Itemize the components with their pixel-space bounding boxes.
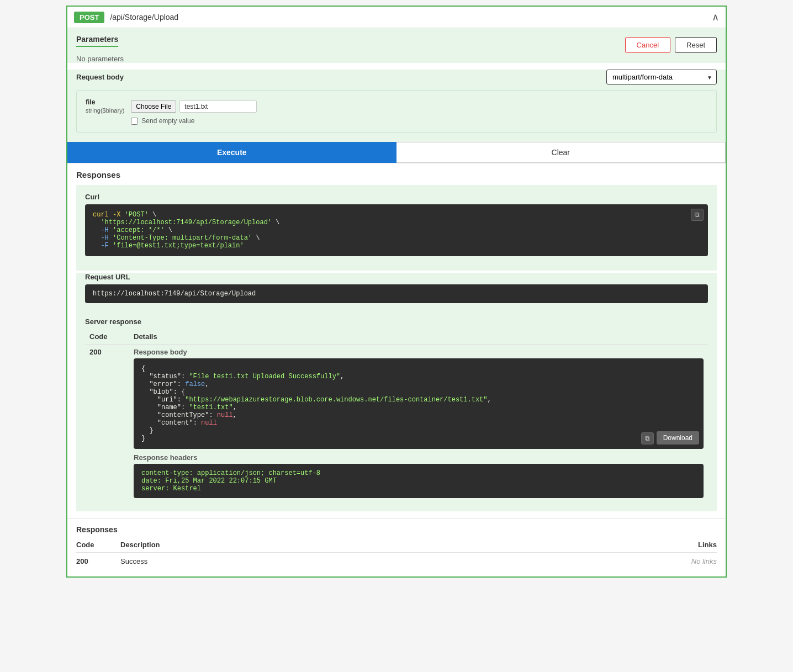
- resp-description-header: Description: [120, 537, 483, 553]
- code-header: Code: [85, 329, 129, 345]
- http-method: POST: [74, 12, 104, 23]
- api-header: POST /api/Storage/Upload ∧: [67, 7, 726, 28]
- send-empty-checkbox[interactable]: [131, 118, 138, 125]
- curl-code-block: curl -X 'POST' \ 'https://localhost:7149…: [85, 204, 708, 256]
- download-button[interactable]: Download: [657, 431, 699, 445]
- details-header: Details: [129, 329, 708, 345]
- responses-bottom-section: Responses Code Description Links 200 Suc…: [67, 518, 726, 576]
- response-body-label: Response body: [134, 348, 704, 356]
- server-response-table: Code Details 200 Response body { "status…: [85, 329, 708, 501]
- no-params-text: No parameters: [76, 55, 124, 63]
- responses-bottom-title: Responses: [76, 525, 717, 534]
- file-field-name: file: [86, 98, 124, 106]
- send-empty-row: Send empty value: [131, 117, 257, 125]
- parameters-title: Parameters: [76, 35, 118, 47]
- parameters-section: Parameters No parameters Cancel Reset: [67, 28, 726, 63]
- copy-response-button[interactable]: ⧉: [641, 432, 654, 445]
- collapse-icon[interactable]: ∧: [712, 11, 719, 23]
- resp-row-code: 200: [76, 553, 120, 570]
- content-type-select[interactable]: multipart/form-data application/json tex…: [606, 70, 717, 84]
- response-headers-label: Response headers: [134, 453, 704, 462]
- table-row: 200 Response body { "status": "File test…: [85, 345, 708, 502]
- file-field-type: string($binary): [86, 107, 124, 114]
- request-body-label: Request body: [76, 73, 124, 81]
- request-body-row: Request body multipart/form-data applica…: [76, 70, 717, 84]
- resp-links-header: Links: [483, 537, 717, 553]
- file-name-display: test1.txt: [179, 100, 257, 113]
- responses-title: Responses: [76, 170, 717, 179]
- file-input-container: file string($binary) Choose File test1.t…: [76, 90, 717, 133]
- response-details: Response body { "status": "File test1.tx…: [129, 345, 708, 502]
- curl-section: Curl curl -X 'POST' \ 'https://localhost…: [76, 185, 717, 271]
- resp-row-description: Success: [120, 553, 483, 570]
- resp-row-links: No links: [483, 553, 717, 570]
- choose-file-button[interactable]: Choose File: [131, 100, 176, 113]
- response-code: 200: [85, 345, 129, 502]
- clear-button[interactable]: Clear: [396, 142, 726, 163]
- table-row: 200 Success No links: [76, 553, 717, 570]
- server-response-label: Server response: [85, 318, 708, 326]
- content-type-wrapper[interactable]: multipart/form-data application/json tex…: [606, 70, 717, 84]
- file-input-row: Choose File test1.txt: [131, 100, 257, 113]
- response-headers-block: content-type: application/json; charset=…: [134, 464, 704, 498]
- send-empty-label: Send empty value: [141, 117, 194, 125]
- file-field-info: file string($binary): [86, 98, 124, 114]
- copy-curl-button[interactable]: ⧉: [691, 209, 704, 221]
- reset-button[interactable]: Reset: [675, 37, 717, 53]
- response-body-block: { "status": "File test1.txt Uploaded Suc…: [134, 358, 704, 449]
- action-buttons: Execute Clear: [67, 142, 726, 163]
- file-input-controls: Choose File test1.txt Send empty value: [131, 98, 257, 125]
- execute-button[interactable]: Execute: [67, 142, 396, 163]
- request-url-label: Request URL: [85, 273, 708, 281]
- request-body-section: Request body multipart/form-data applica…: [67, 70, 726, 142]
- curl-label: Curl: [85, 193, 708, 201]
- server-response-section: Server response Code Details 200 Respons…: [76, 318, 717, 511]
- request-url-section: Request URL https://localhost:7149/api/S…: [76, 273, 717, 318]
- cancel-button[interactable]: Cancel: [625, 37, 670, 53]
- responses-table: Code Description Links 200 Success No li…: [76, 537, 717, 570]
- resp-code-header: Code: [76, 537, 120, 553]
- endpoint-path: /api/Storage/Upload: [110, 13, 178, 22]
- responses-section: Responses Curl curl -X 'POST' \ 'https:/…: [67, 163, 726, 518]
- request-url-block: https://localhost:7149/api/Storage/Uploa…: [85, 284, 708, 303]
